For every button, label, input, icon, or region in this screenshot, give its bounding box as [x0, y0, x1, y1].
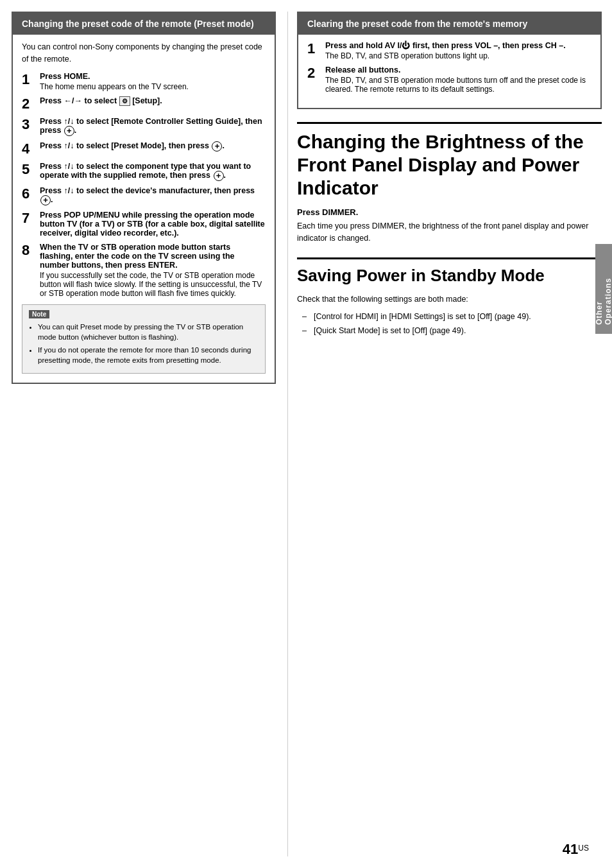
- clearing-step-2-content: Release all buttons. The BD, TV, and STB…: [325, 65, 591, 94]
- step-1-number: 1: [22, 72, 40, 87]
- step-7-bold: Press POP UP/MENU while pressing the ope…: [40, 211, 265, 238]
- step-7-number: 7: [22, 211, 40, 226]
- clearing-step-2: 2 Release all buttons. The BD, TV, and S…: [307, 65, 591, 94]
- note-label: Note: [29, 310, 49, 318]
- step-4-number: 4: [22, 141, 40, 157]
- brightness-section: Changing the Brightness of the Front Pan…: [297, 122, 602, 245]
- step-4-bold: Press ↑/↓ to select [Preset Mode], then …: [40, 141, 225, 150]
- step-5-content: Press ↑/↓ to select the component type t…: [40, 162, 266, 181]
- brightness-big-title: Changing the Brightness of the Front Pan…: [297, 122, 602, 200]
- step-8-content: When the TV or STB operation mode button…: [40, 243, 266, 298]
- step-2-bold: Press ←/→ to select ⚙ [Setup].: [40, 96, 162, 105]
- saving-section: Saving Power in Standby Mode Check that …: [297, 257, 602, 337]
- step-1-content: Press HOME. The home menu appears on the…: [40, 72, 266, 91]
- step-7: 7 Press POP UP/MENU while pressing the o…: [22, 211, 266, 238]
- step-6-number: 6: [22, 186, 40, 202]
- clearing-step-1-number: 1: [307, 41, 325, 56]
- saving-item-2: [Quick Start Mode] is set to [Off] (page…: [302, 325, 602, 337]
- clearing-step-2-bold: Release all buttons.: [325, 65, 400, 74]
- circle-enter-4: +: [212, 141, 222, 152]
- sidebar-label: Other Operations: [595, 253, 612, 325]
- step-5: 5 Press ↑/↓ to select the component type…: [22, 162, 266, 181]
- step-2: 2 Press ←/→ to select ⚙ [Setup].: [22, 96, 266, 112]
- circle-enter-3: +: [64, 126, 74, 136]
- step-5-number: 5: [22, 162, 40, 177]
- right-column: Clearing the preset code from the remote…: [287, 12, 602, 856]
- step-5-bold: Press ↑/↓ to select the component type t…: [40, 162, 251, 180]
- saving-title: Saving Power in Standby Mode: [297, 257, 602, 286]
- clearing-step-1-sub: The BD, TV, and STB operation buttons li…: [325, 51, 591, 60]
- note-item-1: You can quit Preset mode by pressing the…: [38, 322, 259, 342]
- step-7-content: Press POP UP/MENU while pressing the ope…: [40, 211, 266, 238]
- step-3: 3 Press ↑/↓ to select [Remote Controller…: [22, 117, 266, 136]
- step-1: 1 Press HOME. The home menu appears on t…: [22, 72, 266, 91]
- left-column: Changing the preset code of the remote (…: [12, 12, 287, 856]
- step-8-number: 8: [22, 243, 40, 258]
- step-2-number: 2: [22, 96, 40, 112]
- saving-item-1: [Control for HDMI] in [HDMI Settings] is…: [302, 311, 602, 323]
- step-8: 8 When the TV or STB operation mode butt…: [22, 243, 266, 298]
- note-item-2: If you do not operate the remote for mor…: [38, 345, 259, 365]
- step-1-bold: Press HOME.: [40, 72, 90, 81]
- preset-intro: You can control non-Sony components by c…: [22, 41, 266, 65]
- preset-steps: 1 Press HOME. The home menu appears on t…: [22, 72, 266, 298]
- circle-enter-6: +: [40, 195, 51, 205]
- page-number: 41: [563, 841, 578, 857]
- step-1-sub: The home menu appears on the TV screen.: [40, 82, 266, 91]
- preset-section-title: Changing the preset code of the remote (…: [13, 13, 275, 35]
- note-box: Note You can quit Preset mode by pressin…: [22, 304, 266, 374]
- clearing-step-1-bold: Press and hold AV I/⏻ first, then press …: [325, 41, 566, 50]
- step-6-bold: Press ↑/↓ to select the device's manufac…: [40, 186, 255, 204]
- step-4-content: Press ↑/↓ to select [Preset Mode], then …: [40, 141, 266, 152]
- step-4: 4 Press ↑/↓ to select [Preset Mode], the…: [22, 141, 266, 157]
- step-8-bold: When the TV or STB operation mode button…: [40, 243, 235, 270]
- step-6-content: Press ↑/↓ to select the device's manufac…: [40, 186, 266, 205]
- saving-desc: Check that the following settings are bo…: [297, 293, 602, 306]
- page-suffix: US: [578, 844, 589, 853]
- step-6: 6 Press ↑/↓ to select the device's manuf…: [22, 186, 266, 205]
- clearing-step-1-content: Press and hold AV I/⏻ first, then press …: [325, 41, 591, 60]
- saving-list: [Control for HDMI] in [HDMI Settings] is…: [302, 311, 602, 338]
- step-2-content: Press ←/→ to select ⚙ [Setup].: [40, 96, 266, 106]
- note-list: You can quit Preset mode by pressing the…: [38, 322, 259, 365]
- step-3-content: Press ↑/↓ to select [Remote Controller S…: [40, 117, 266, 136]
- clearing-step-2-number: 2: [307, 65, 325, 81]
- step-8-sub: If you successfully set the code, the TV…: [40, 271, 266, 298]
- circle-enter-5: +: [214, 171, 224, 181]
- setup-icon: ⚙: [119, 96, 130, 106]
- sidebar-tab: Other Operations: [595, 244, 612, 334]
- clearing-steps: 1 Press and hold AV I/⏻ first, then pres…: [307, 41, 591, 94]
- clearing-section: Clearing the preset code from the remote…: [297, 12, 602, 109]
- brightness-sub-label: Press DIMMER.: [297, 207, 602, 217]
- page-number-area: 41US: [563, 841, 589, 858]
- clearing-section-title: Clearing the preset code from the remote…: [298, 13, 600, 35]
- step-3-number: 3: [22, 117, 40, 132]
- clearing-step-1: 1 Press and hold AV I/⏻ first, then pres…: [307, 41, 591, 60]
- step-3-bold: Press ↑/↓ to select [Remote Controller S…: [40, 117, 262, 135]
- preset-section: Changing the preset code of the remote (…: [12, 12, 276, 384]
- clearing-step-2-sub: The BD, TV, and STB operation mode butto…: [325, 76, 591, 94]
- brightness-desc: Each time you press DIMMER, the brightne…: [297, 220, 602, 245]
